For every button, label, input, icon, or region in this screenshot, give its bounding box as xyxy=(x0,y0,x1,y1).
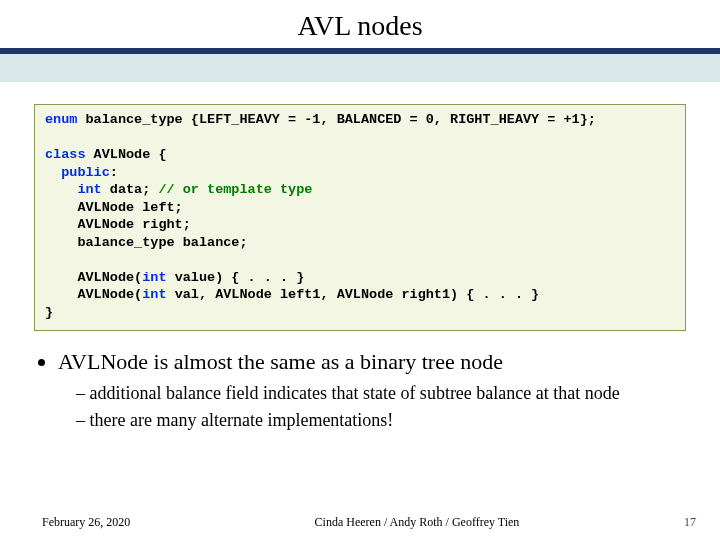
code-text: balance_type {LEFT_HEAVY = -1, BALANCED … xyxy=(77,112,595,127)
code-comment: // or template type xyxy=(158,182,312,197)
code-text: AVLNode( xyxy=(45,270,142,285)
code-text: value) { . . . } xyxy=(167,270,305,285)
code-text xyxy=(45,182,77,197)
code-text: AVLNode { xyxy=(86,147,167,162)
code-text: : xyxy=(110,165,118,180)
code-block: enum balance_type {LEFT_HEAVY = -1, BALA… xyxy=(34,104,686,331)
sub-bullet-list: additional balance field indicates that … xyxy=(58,383,686,432)
keyword-class: class xyxy=(45,147,86,162)
keyword-enum: enum xyxy=(45,112,77,127)
bullet-main: AVLNode is almost the same as a binary t… xyxy=(58,349,686,432)
footer: February 26, 2020 Cinda Heeren / Andy Ro… xyxy=(0,515,720,540)
code-text: AVLNode right; xyxy=(45,217,191,232)
code-text: val, AVLNode left1, AVLNode right1) { . … xyxy=(167,287,540,302)
slide: AVL nodes enum balance_type {LEFT_HEAVY … xyxy=(0,0,720,540)
keyword-public: public xyxy=(61,165,110,180)
footer-credits: Cinda Heeren / Andy Roth / Geoffrey Tien xyxy=(162,515,672,530)
keyword-int: int xyxy=(77,182,101,197)
code-text: balance_type balance; xyxy=(45,235,248,250)
code-text: data; xyxy=(102,182,159,197)
footer-page-number: 17 xyxy=(672,515,696,530)
keyword-int: int xyxy=(142,270,166,285)
code-text xyxy=(45,165,61,180)
bullet-list: AVLNode is almost the same as a binary t… xyxy=(34,349,686,432)
footer-date: February 26, 2020 xyxy=(42,515,162,530)
content-area: enum balance_type {LEFT_HEAVY = -1, BALA… xyxy=(0,82,720,515)
bullet-main-text: AVLNode is almost the same as a binary t… xyxy=(58,349,503,374)
sub-bullet: additional balance field indicates that … xyxy=(76,383,686,405)
sub-bullet: there are many alternate implementations… xyxy=(76,410,686,432)
slide-title: AVL nodes xyxy=(0,10,720,42)
keyword-int: int xyxy=(142,287,166,302)
code-text: AVLNode left; xyxy=(45,200,183,215)
code-text: } xyxy=(45,305,53,320)
divider-light xyxy=(0,54,720,82)
title-area: AVL nodes xyxy=(0,0,720,42)
code-text: AVLNode( xyxy=(45,287,142,302)
